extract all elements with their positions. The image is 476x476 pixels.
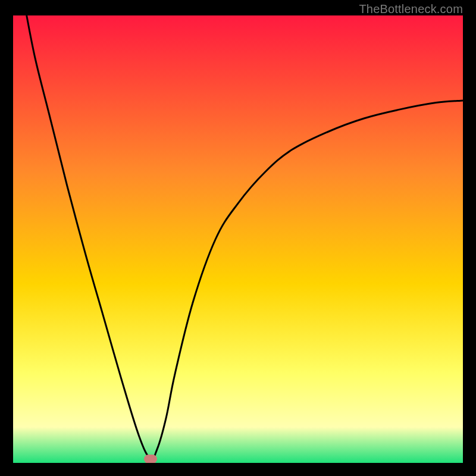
optimum-marker xyxy=(144,455,157,463)
chart-svg xyxy=(13,15,463,463)
attribution-text: TheBottleneck.com xyxy=(359,2,463,16)
chart-frame: TheBottleneck.com xyxy=(0,0,476,476)
plot-area xyxy=(13,15,463,463)
